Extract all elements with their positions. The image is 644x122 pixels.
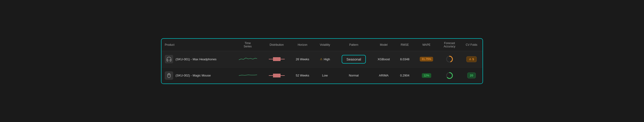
cv-folds-sku002: 20 (460, 67, 482, 83)
box-body (273, 74, 280, 77)
cv-badge-sku002: 20 (467, 72, 476, 78)
donut-sku001 (442, 55, 457, 63)
warning-icon-sku001: ⚠ (320, 57, 322, 61)
product-name-sku002: (SKU-002) - Magic Mouse (176, 74, 211, 77)
product-icon-headphones (165, 55, 173, 63)
model-sku001: XGBoost (372, 51, 395, 67)
col-header-horizon: Horizon (290, 39, 315, 51)
mape-sku002: 12% (414, 67, 438, 83)
col-header-model: Model (372, 39, 395, 51)
mape-sku001: 31.75% (414, 51, 438, 67)
sparkline-sku001 (238, 56, 257, 63)
col-header-time-series: TimeSeries (232, 39, 263, 51)
mape-badge-sku002: 12% (422, 73, 431, 78)
forecast-accuracy-sku002 (438, 67, 460, 83)
product-cell-sku002: (SKU-002) - Magic Mouse (162, 67, 232, 83)
model-sku002: ARIMA (372, 67, 395, 83)
box-left-whisker (269, 59, 273, 59)
col-header-product: Product (162, 39, 232, 51)
volatility-label-sku001: High (324, 57, 330, 61)
boxplot-sku001 (266, 57, 287, 61)
horizon-sku002: 52 Weeks (290, 67, 315, 83)
horizon-sku001: 26 Weeks (290, 51, 315, 67)
distribution-sku001 (263, 51, 290, 67)
box-right-whisker (280, 59, 285, 59)
volatility-sku001: ⚠ High (315, 51, 335, 67)
col-header-forecast-accuracy: ForecastAccuracy (438, 39, 460, 51)
box-body (273, 57, 280, 61)
time-series-sku002 (232, 67, 263, 83)
table-row: (SKU-001) - Max Headphones (162, 51, 482, 67)
pattern-sku002: Normal (335, 67, 372, 83)
box-left-whisker (269, 75, 273, 76)
table-row: (SKU-002) - Magic Mouse (162, 67, 482, 83)
boxplot-sku002 (266, 73, 287, 78)
time-series-sku001 (232, 51, 263, 67)
cv-badge-sku001: ⚠ 5 (466, 56, 476, 62)
product-cell-sku001: (SKU-001) - Max Headphones (162, 51, 232, 67)
sparkline-sku002 (238, 72, 257, 79)
cv-folds-sku001: ⚠ 5 (460, 51, 482, 67)
col-header-cv-folds: CV Folds (460, 39, 482, 51)
col-header-rmse: RMSE (395, 39, 414, 51)
volatility-sku002: Low (315, 67, 335, 83)
pattern-sku001: Seasonal (335, 51, 372, 67)
distribution-sku002 (263, 67, 290, 83)
col-header-mape: MAPE (414, 39, 438, 51)
col-header-volatility: Volatility (315, 39, 335, 51)
rmse-sku001: 8.0348 (395, 51, 414, 67)
col-header-distribution: Distribution (263, 39, 290, 51)
mape-badge-sku001: 31.75% (420, 57, 433, 61)
pattern-badge-sku001: Seasonal (342, 55, 366, 64)
donut-sku002 (442, 72, 457, 79)
rmse-sku002: 0.2904 (395, 67, 414, 83)
product-icon-mouse (165, 71, 173, 80)
data-table: Product TimeSeries Distribution Horizon … (161, 38, 483, 84)
product-name-sku001: (SKU-001) - Max Headphones (176, 57, 216, 61)
forecast-accuracy-sku001 (438, 51, 460, 67)
box-right-whisker (280, 75, 285, 76)
col-header-pattern: Pattern (335, 39, 372, 51)
cv-warning-icon: ⚠ (469, 58, 471, 61)
